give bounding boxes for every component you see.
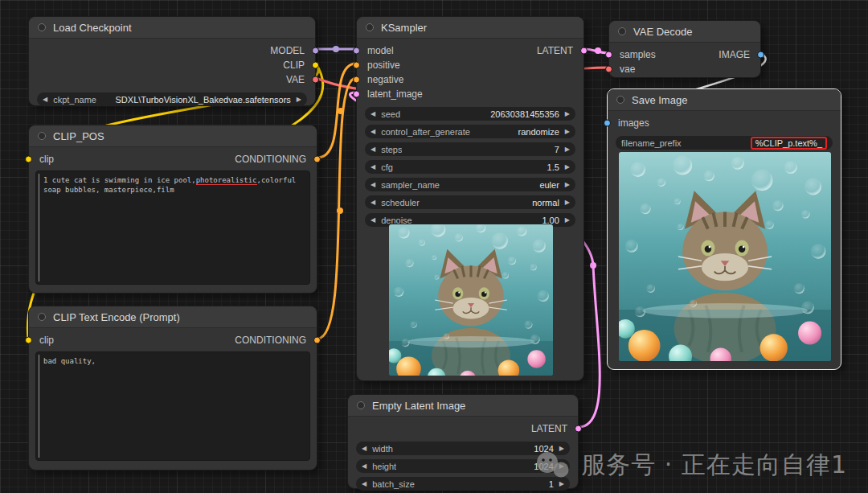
collapse-dot-icon[interactable] (38, 23, 46, 31)
node-vae-decode[interactable]: VAE Decode samples IMAGE vae (608, 20, 761, 78)
node-title-bar[interactable]: CLIP Text Encode (Prompt) (29, 306, 317, 328)
node-title: Save Image (632, 94, 687, 106)
filename-prefix-highlight: %CLIP_p.text%_ (751, 137, 827, 150)
widget-label: filename_prefix (621, 138, 682, 148)
node-title-bar[interactable]: Save Image (608, 89, 841, 111)
output-slot-vae: VAE (29, 72, 315, 87)
input-port-vae[interactable] (605, 66, 612, 73)
arrow-left-icon[interactable]: ◀ (371, 182, 375, 188)
arrow-left-icon[interactable]: ◀ (371, 146, 375, 153)
arrow-left-icon[interactable]: ◀ (362, 446, 366, 452)
collapse-dot-icon[interactable] (38, 132, 46, 140)
wire-dot-empty-latent (590, 262, 596, 269)
node-clip-text-encode[interactable]: CLIP Text Encode (Prompt) clip CONDITION… (28, 306, 317, 470)
collapse-dot-icon[interactable] (616, 96, 624, 104)
slot-row: clip CONDITIONING (29, 333, 317, 347)
arrow-left-icon[interactable]: ◀ (371, 217, 375, 224)
widget-label: width (372, 444, 393, 454)
widget-label: ckpt_name (53, 95, 96, 105)
arrow-left-icon[interactable]: ◀ (371, 164, 375, 170)
arrow-left-icon[interactable]: ◀ (371, 111, 375, 117)
arrow-right-icon[interactable]: ▶ (565, 182, 570, 188)
output-port-clip[interactable] (312, 62, 319, 69)
output-port-conditioning[interactable] (313, 156, 321, 163)
widget-seed[interactable]: ◀ seed 20630381455356 ▶ (365, 107, 575, 121)
output-port-image[interactable] (757, 51, 764, 59)
arrow-right-icon[interactable]: ▶ (565, 164, 570, 170)
node-title-bar[interactable]: VAE Decode (609, 21, 760, 43)
output-port-conditioning[interactable] (313, 337, 321, 344)
output-label: CLIP (283, 60, 305, 71)
output-port-latent[interactable] (575, 425, 582, 433)
arrow-left-icon[interactable]: ◀ (362, 463, 366, 470)
widget-steps[interactable]: ◀ steps 7 ▶ (365, 142, 575, 156)
input-label: images (618, 117, 649, 129)
positive-prompt-textarea[interactable]: 1 cute cat is swimming in ice pool,photo… (35, 170, 310, 285)
collapse-dot-icon[interactable] (618, 27, 626, 35)
arrow-right-icon[interactable]: ▶ (565, 129, 570, 135)
widget-value: %CLIP_p.text%_ (755, 138, 822, 148)
arrow-right-icon[interactable]: ▶ (565, 111, 570, 117)
widget-ckpt-name[interactable]: ◀ ckpt_name SDXL\TurboVisionXL_Bakedvae.… (37, 92, 307, 106)
slot-row: negative (357, 72, 583, 87)
widget-control-after-generate[interactable]: ◀ control_after_generate randomize ▶ (365, 125, 575, 138)
output-port-vae[interactable] (312, 76, 319, 84)
slot-row: images (608, 116, 841, 130)
widget-label: scheduler (381, 198, 420, 207)
node-ksampler[interactable]: KSampler model LATENT positive negative … (356, 16, 584, 381)
saved-image-preview (619, 152, 831, 361)
arrow-right-icon[interactable]: ▶ (565, 217, 570, 224)
node-load-checkpoint[interactable]: Load Checkpoint MODEL CLIP VAE ◀ ckpt_na… (28, 16, 316, 106)
node-clip-pos[interactable]: CLIP_POS clip CONDITIONING 1 cute cat is… (28, 125, 317, 294)
output-label: VAE (286, 74, 305, 85)
graph-canvas[interactable]: Load Checkpoint MODEL CLIP VAE ◀ ckpt_na… (0, 0, 868, 493)
wire-dot-latent (595, 47, 601, 54)
wire-dot-positive (338, 108, 344, 114)
arrow-right-icon[interactable]: ▶ (565, 199, 570, 206)
collapse-dot-icon[interactable] (357, 401, 365, 409)
input-port-model[interactable] (353, 47, 360, 55)
wechat-logo-icon (534, 450, 571, 481)
wire-dot-model (333, 46, 339, 52)
widget-value: normal (532, 198, 559, 207)
output-port-model[interactable] (312, 47, 319, 55)
node-title: Empty Latent Image (372, 400, 465, 412)
widget-value: 7 (555, 145, 559, 154)
node-title-bar[interactable]: Empty Latent Image (348, 395, 578, 417)
node-title-bar[interactable]: CLIP_POS (29, 125, 317, 147)
arrow-right-icon[interactable]: ▶ (297, 97, 301, 103)
arrow-left-icon[interactable]: ◀ (371, 199, 375, 206)
node-save-image[interactable]: Save Image images filename_prefix %CLIP_… (607, 88, 841, 370)
slot-row: latent_image (357, 87, 583, 101)
prompt-text-misspelled: photorealistic (196, 176, 257, 185)
arrow-left-icon[interactable]: ◀ (371, 129, 375, 135)
input-label: model (367, 45, 394, 56)
output-port-latent[interactable] (580, 47, 588, 55)
widget-sampler-name[interactable]: ◀ sampler_name euler ▶ (365, 178, 575, 191)
node-title-bar[interactable]: Load Checkpoint (29, 17, 315, 39)
input-label: vae (620, 64, 635, 75)
input-port-latent-image[interactable] (353, 91, 360, 98)
arrow-right-icon[interactable]: ▶ (565, 146, 570, 153)
arrow-left-icon[interactable]: ◀ (362, 481, 366, 487)
widget-value: 1.00 (542, 216, 559, 225)
negative-prompt-textarea[interactable]: bad quality, (35, 351, 310, 461)
collapse-dot-icon[interactable] (366, 23, 374, 31)
output-label: CONDITIONING (235, 335, 306, 346)
arrow-left-icon[interactable]: ◀ (43, 97, 47, 103)
widget-scheduler[interactable]: ◀ scheduler normal ▶ (365, 195, 575, 209)
output-label: MODEL (270, 45, 305, 56)
node-title-bar[interactable]: KSampler (357, 17, 583, 39)
input-port-clip[interactable] (25, 156, 32, 163)
input-port-positive[interactable] (353, 62, 360, 69)
widget-cfg[interactable]: ◀ cfg 1.5 ▶ (365, 160, 575, 174)
wire-dot-negative (337, 207, 343, 214)
input-port-samples[interactable] (605, 51, 612, 59)
prompt-text: bad quality, (43, 357, 96, 365)
collapse-dot-icon[interactable] (38, 313, 46, 321)
input-port-images[interactable] (604, 120, 611, 127)
input-label: latent_image (367, 88, 423, 100)
widget-filename-prefix[interactable]: filename_prefix %CLIP_p.text%_ (616, 136, 833, 150)
input-port-negative[interactable] (353, 76, 360, 84)
input-port-clip[interactable] (25, 337, 32, 344)
